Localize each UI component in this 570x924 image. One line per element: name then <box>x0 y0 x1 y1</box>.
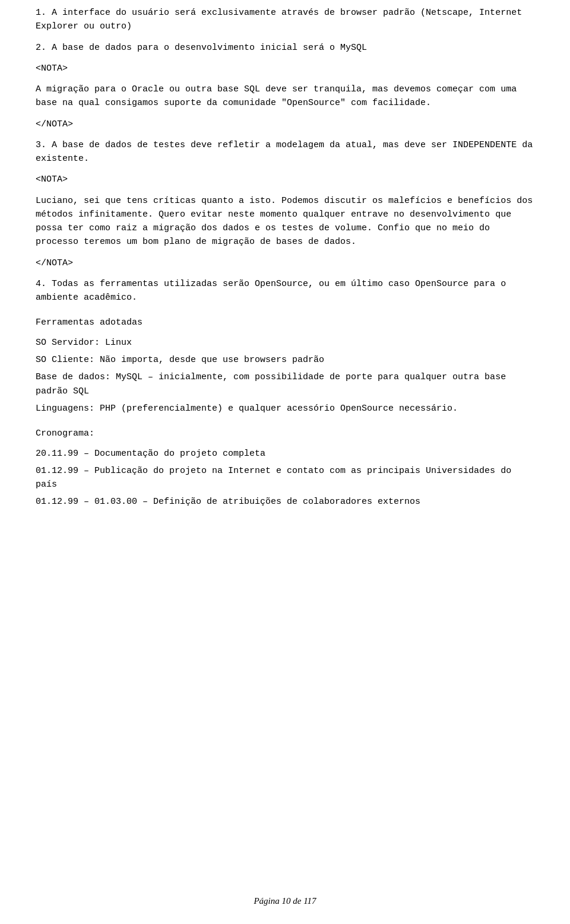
base-dados-text: Base de dados: MySQL – inicialmente, com… <box>36 372 506 396</box>
item3-nota-close-text: </NOTA> <box>36 258 73 268</box>
item2-paragraph: 2. A base de dados para o desenvolviment… <box>36 41 534 55</box>
item2-nota-close: </NOTA> <box>36 118 534 131</box>
item3-nota-close: </NOTA> <box>36 256 534 270</box>
item3-paragraph: 3. A base de dados de testes deve reflet… <box>36 138 534 166</box>
content-block: 1. A interface do usuário será exclusiva… <box>36 6 534 509</box>
so-cliente-text: SO Cliente: Não importa, desde que use b… <box>36 355 324 365</box>
item4-text: 4. Todas as ferramentas utilizadas serão… <box>36 279 506 303</box>
item3-text: 3. A base de dados de testes deve reflet… <box>36 140 533 164</box>
ferramentas-title: Ferramentas adotadas <box>36 316 534 330</box>
item1-text: 1. A interface do usuário será exclusiva… <box>36 8 522 31</box>
item3-nota-body-text: Luciano, sei que tens críticas quanto a … <box>36 196 533 247</box>
page-footer: Página 10 de 117 <box>0 896 570 906</box>
ferramentas-title-text: Ferramentas adotadas <box>36 317 142 328</box>
item2-nota-open: <NOTA> <box>36 62 534 75</box>
crono1-line: 20.11.99 – Documentação do projeto compl… <box>36 447 534 461</box>
crono3-line: 01.12.99 – 01.03.00 – Definição de atrib… <box>36 495 534 509</box>
page-container: 1. A interface do usuário será exclusiva… <box>0 0 570 924</box>
so-servidor-text: SO Servidor: Linux <box>36 338 132 348</box>
crono2-text: 01.12.99 – Publicação do projeto na Inte… <box>36 466 511 490</box>
linguagens-line: Linguagens: PHP (preferencialmente) e qu… <box>36 402 534 415</box>
cronograma-title-text: Cronograma: <box>36 428 94 439</box>
so-servidor-line: SO Servidor: Linux <box>36 336 534 350</box>
cronograma-title: Cronograma: <box>36 427 534 441</box>
item2-nota-open-text: <NOTA> <box>36 63 68 74</box>
crono3-text: 01.12.99 – 01.03.00 – Definição de atrib… <box>36 497 420 507</box>
item2-nota-close-text: </NOTA> <box>36 119 73 129</box>
item2-nota-body-text: A migração para o Oracle ou outra base S… <box>36 84 517 108</box>
base-dados-line: Base de dados: MySQL – inicialmente, com… <box>36 370 534 398</box>
item2-nota-body: A migração para o Oracle ou outra base S… <box>36 82 534 110</box>
so-cliente-line: SO Cliente: Não importa, desde que use b… <box>36 353 534 367</box>
crono1-text: 20.11.99 – Documentação do projeto compl… <box>36 449 265 459</box>
item3-nota-open: <NOTA> <box>36 173 534 186</box>
item3-nota-body: Luciano, sei que tens críticas quanto a … <box>36 194 534 249</box>
item1-paragraph: 1. A interface do usuário será exclusiva… <box>36 6 534 34</box>
linguagens-text: Linguagens: PHP (preferencialmente) e qu… <box>36 404 458 414</box>
item4-paragraph: 4. Todas as ferramentas utilizadas serão… <box>36 277 534 305</box>
item3-nota-open-text: <NOTA> <box>36 174 68 185</box>
item2-header-text: 2. A base de dados para o desenvolviment… <box>36 43 367 53</box>
page-footer-text: Página 10 de 117 <box>254 896 316 906</box>
crono2-line: 01.12.99 – Publicação do projeto na Inte… <box>36 464 534 492</box>
